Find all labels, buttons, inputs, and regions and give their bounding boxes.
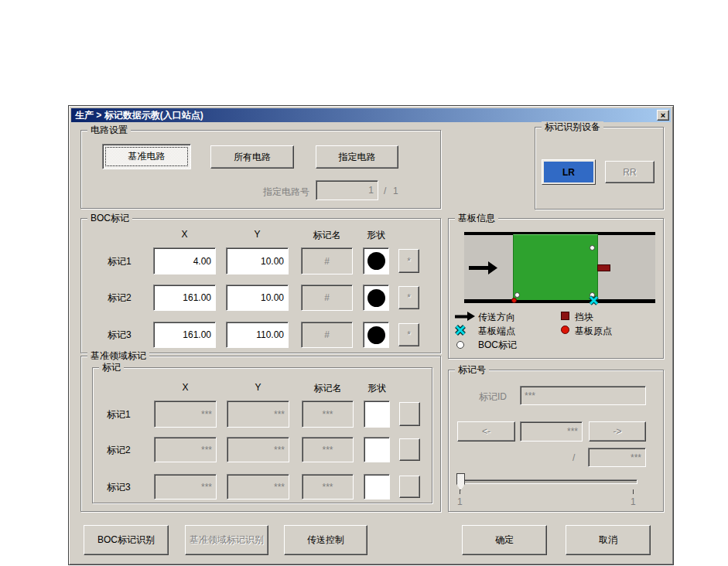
- legend-boc-label: BOC标记: [478, 339, 517, 352]
- all-circuits-button[interactable]: 所有电路: [210, 145, 294, 169]
- ref-mark1-star-button: [399, 402, 420, 426]
- legend-boc-mark-icon: [456, 341, 464, 349]
- boc-mark2-name-field: [301, 285, 353, 311]
- lr-device-button[interactable]: LR: [542, 159, 596, 185]
- ref-marks-subtitle: 标记: [99, 362, 124, 373]
- boc-mark2-circle-shape-icon: [367, 289, 385, 307]
- ref-marks-subgroup: 标记 X Y 标记名 形状 标记1 标记2 标记: [92, 367, 432, 503]
- legend-direction-label: 传送方向: [478, 311, 515, 324]
- boc-col-header-x: X: [153, 229, 216, 240]
- boc-mark3-shape-box: [363, 322, 389, 348]
- mark-id-label: 标记ID: [479, 390, 507, 404]
- ok-button[interactable]: 确定: [462, 525, 547, 555]
- mark-slider-track: [462, 479, 637, 484]
- mark-total-input: [588, 448, 646, 467]
- mark-total-separator: /: [572, 452, 575, 463]
- boc-mark2-shape-box: [363, 285, 389, 311]
- specified-circuit-number-input: [316, 180, 378, 200]
- mark-slider-thumb: [456, 473, 465, 490]
- slider-max-label: 1: [631, 496, 636, 507]
- title-bar: 生产 > 标记数据示教(入口站点) ×: [71, 108, 671, 122]
- stopper-rect: [597, 264, 610, 271]
- circuit-settings-group: 电路设置 基准电路 所有电路 指定电路 指定电路号 / 1: [80, 130, 441, 209]
- boc-mark2-y-input[interactable]: [226, 285, 289, 311]
- mark-device-group: 标记识别设备 LR RR: [535, 127, 664, 210]
- next-mark-button: ->: [589, 421, 646, 442]
- legend-origin-label: 基板原点: [575, 325, 612, 338]
- boc-marks-group: BOC标记 X Y 标记名 形状 标记1 * 标记2 * 标记3: [80, 218, 441, 353]
- boc-mark-dot-bottom-left: [514, 292, 520, 298]
- mark-id-input: [520, 386, 646, 405]
- close-button[interactable]: ×: [657, 110, 669, 121]
- boc-col-header-y: Y: [226, 229, 289, 240]
- ref-mark1-name-field: [302, 401, 354, 428]
- window-title: 生产 > 标记数据示教(入口站点): [75, 109, 203, 122]
- boc-mark3-y-input[interactable]: [226, 322, 289, 348]
- ref-mark2-y-input: [227, 437, 289, 462]
- circuit-settings-title: 电路设置: [87, 124, 131, 135]
- specified-circuit-button[interactable]: 指定电路: [316, 145, 398, 169]
- boc-mark1-x-input[interactable]: [153, 247, 216, 274]
- ref-col-header-name: 标记名: [302, 382, 354, 395]
- ref-mark3-y-input: [227, 474, 289, 500]
- ref-area-mark-recognition-button: 基准领域标记识别: [185, 525, 268, 555]
- circuit-number-separator: /: [384, 186, 386, 196]
- ref-mark3-name-field: [302, 474, 354, 500]
- desktop-background: 生产 > 标记数据示教(入口站点) × 电路设置 基准电路 所有电路 指定电路 …: [0, 0, 728, 566]
- ref-mark2-label: 标记2: [107, 444, 131, 457]
- boc-mark3-circle-shape-icon: [367, 326, 385, 344]
- boc-col-header-shape: 形状: [358, 229, 394, 242]
- slider-min-label: 1: [457, 496, 463, 507]
- cancel-button[interactable]: 取消: [566, 525, 651, 555]
- boc-mark3-label: 标记3: [108, 329, 132, 342]
- mark-index-input: [520, 421, 583, 442]
- ref-mark3-label: 标记3: [107, 481, 131, 494]
- boc-mark1-star-button: *: [398, 249, 419, 273]
- prev-mark-button: <-: [457, 421, 515, 442]
- mark-number-title: 标记号: [455, 364, 489, 375]
- boc-mark1-y-input[interactable]: [226, 247, 289, 274]
- board-rect: [513, 234, 598, 300]
- mark-device-title: 标记识别设备: [542, 121, 603, 132]
- reference-circuit-button[interactable]: 基准电路: [102, 144, 191, 169]
- transfer-control-button[interactable]: 传送控制: [284, 525, 367, 555]
- boc-mark1-name-field: [301, 247, 353, 274]
- boc-marks-title: BOC标记: [87, 213, 132, 223]
- boc-mark2-label: 标记2: [108, 292, 132, 305]
- ref-mark3-shape-box: [364, 474, 390, 500]
- conveyor-diagram: [464, 232, 655, 303]
- legend-direction-arrow-icon: [455, 312, 475, 321]
- boc-mark3-star-button: *: [398, 323, 419, 346]
- ref-mark1-label: 标记1: [107, 408, 131, 421]
- board-origin-dot: [511, 298, 517, 303]
- boc-mark1-label: 标记1: [108, 255, 132, 268]
- close-icon: ×: [661, 111, 665, 119]
- slider-tick-left: [460, 489, 460, 494]
- ref-col-header-shape: 形状: [359, 382, 395, 395]
- circuit-number-total: 1: [393, 186, 398, 196]
- ref-col-header-y: Y: [227, 382, 289, 393]
- ref-mark1-shape-box: [364, 401, 390, 428]
- transfer-direction-arrow-icon: [469, 261, 498, 274]
- slider-tick-right: [633, 489, 634, 494]
- ref-mark2-star-button: [399, 438, 420, 461]
- legend-endpoint-label: 基板端点: [478, 325, 515, 338]
- ref-mark3-x-input: [154, 474, 217, 500]
- boc-mark1-shape-box: [363, 247, 389, 274]
- ref-mark2-shape-box: [364, 437, 390, 462]
- boc-mark2-x-input[interactable]: [153, 285, 216, 311]
- ref-mark1-x-input: [154, 401, 217, 428]
- specified-circuit-number-label: 指定电路号: [263, 186, 309, 199]
- ref-mark2-name-field: [302, 437, 354, 462]
- boc-mark-recognition-button[interactable]: BOC标记识别: [84, 525, 169, 555]
- boc-mark3-x-input[interactable]: [153, 322, 216, 348]
- board-info-title: 基板信息: [455, 213, 498, 223]
- board-info-group: 基板信息: [448, 218, 664, 359]
- boc-mark1-circle-shape-icon: [367, 252, 385, 270]
- boc-mark2-star-button: *: [398, 286, 419, 309]
- ref-mark3-star-button: [399, 476, 420, 498]
- board-endpoint-x-icon: [589, 295, 599, 305]
- ref-area-marks-group: 基准领域标记 标记 X Y 标记名 形状 标记1 标记2: [80, 356, 441, 512]
- legend-stopper-label: 挡块: [575, 311, 593, 324]
- ref-area-marks-title: 基准领域标记: [87, 350, 149, 361]
